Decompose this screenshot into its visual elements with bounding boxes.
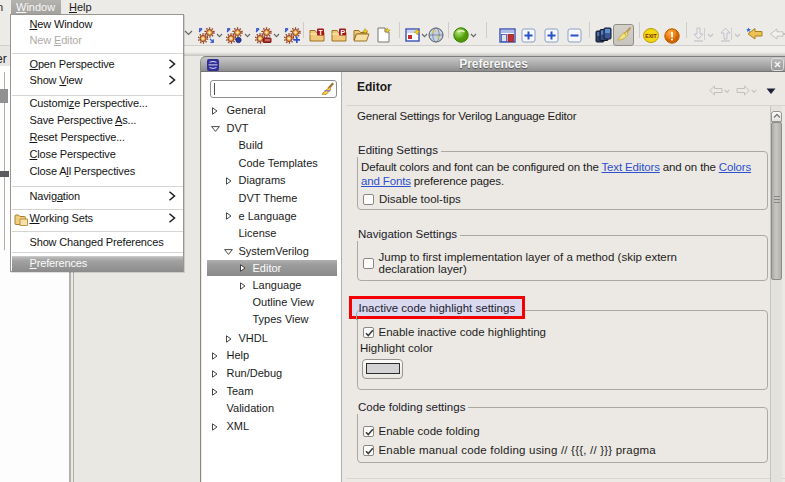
svg-text:T: T <box>319 29 324 36</box>
svg-text:EXIT: EXIT <box>645 33 657 39</box>
svg-text:P: P <box>341 29 346 36</box>
